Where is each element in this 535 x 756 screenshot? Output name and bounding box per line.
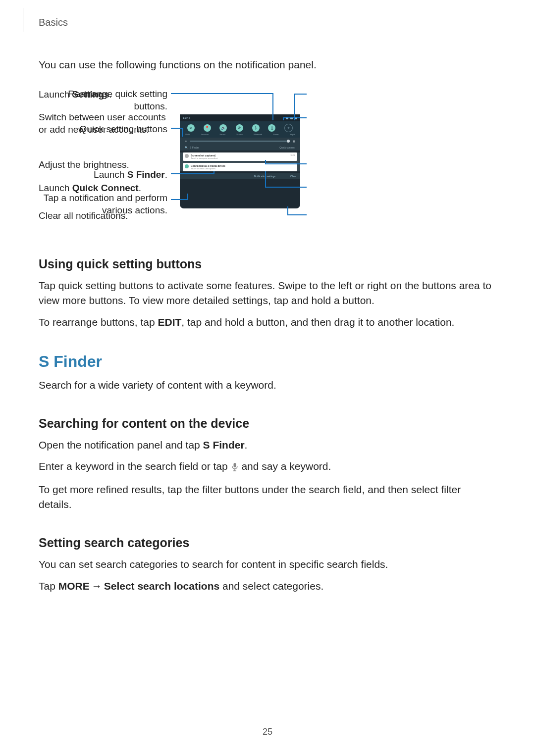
- text: Open the notification panel and tap: [39, 439, 203, 451]
- brightness-slider: [190, 141, 290, 142]
- status-gear-icon: [295, 117, 297, 119]
- para-quick-1: Tap quick setting buttons to activate so…: [39, 278, 496, 308]
- text: , tap and hold a button, and then drag i…: [181, 316, 454, 328]
- clear-label: Clear: [290, 175, 296, 178]
- quick-btn-label: Screen: [236, 133, 243, 136]
- sfinder-row: 🔍 S Finder Quick connect: [180, 145, 300, 151]
- text: Enter a keyword in the search field or t…: [39, 460, 231, 472]
- brightness-icon: ☀: [185, 140, 187, 143]
- heading-search-device: Searching for content on the device: [39, 416, 496, 431]
- quick-btn-label: Location: [201, 133, 209, 136]
- clear-bar: Notification settings Clear: [180, 173, 300, 179]
- search-p2: Enter a keyword in the search field or t…: [39, 459, 496, 475]
- search-icon: 🔍: [185, 146, 188, 149]
- status-edit-icon: [286, 117, 288, 119]
- svg-rect-0: [233, 463, 236, 467]
- text-bold: Quick Connect: [72, 183, 139, 193]
- para-quick-2: To rearrange buttons, tap EDIT, tap and …: [39, 315, 496, 330]
- callout-settings: Launch Settings.: [39, 89, 167, 101]
- text: and select categories.: [219, 580, 323, 592]
- status-user-icon: [290, 117, 293, 119]
- heading-quick-settings: Using quick setting buttons: [39, 257, 496, 271]
- device-statusbar: 11:45: [180, 114, 300, 121]
- sfinder-intro: Search for a wide variety of content wit…: [39, 378, 496, 393]
- quick-btn-label: Sound: [219, 133, 225, 136]
- quick-btn-volume: 🔊: [219, 124, 227, 132]
- text-bold: Settings: [72, 89, 109, 100]
- heading-categories: Setting search categories: [39, 536, 496, 550]
- notification-item: Screenshot captured.Touch to view your s…: [183, 152, 297, 161]
- text-bold: EDIT: [158, 316, 182, 328]
- text: Launch: [39, 183, 72, 193]
- quick-settings-row: ≋📍🔊⟳ᛒ▯✈: [180, 121, 300, 133]
- text: .: [109, 89, 112, 100]
- notif-text: Connected as a media deviceTouch for oth…: [191, 164, 225, 170]
- arrow-icon: →: [90, 579, 104, 594]
- status-time: 11:45: [183, 116, 190, 119]
- auto-brightness-icon: ▦: [293, 140, 295, 143]
- quick-btn-pin: 📍: [204, 124, 211, 132]
- header-divider: [23, 8, 23, 32]
- quick-btn-label: Wi-Fi: [185, 133, 190, 136]
- quick-btn-label: Flight: [290, 133, 295, 136]
- page-number: 25: [0, 727, 535, 737]
- callout-quick-connect: Launch Quick Connect.: [39, 182, 167, 195]
- text-bold: Select search locations: [104, 580, 219, 592]
- notif-icon: [185, 164, 189, 168]
- quick-btn-wifi: ≋: [187, 124, 195, 132]
- callout-users: Switch between user accounts or add new …: [39, 111, 167, 136]
- quick-btn-label: Power: [273, 133, 278, 136]
- notification-panel-diagram: Rearrange quick setting buttons. Quick s…: [39, 85, 496, 233]
- notification-item: Connected as a media deviceTouch for oth…: [183, 163, 297, 171]
- cat-p1: You can set search categories to search …: [39, 557, 496, 572]
- callout-clear: Clear all notifications.: [39, 210, 167, 222]
- quick-btn-label: Bluetooth: [254, 133, 262, 136]
- quick-btn-battery: ▯: [268, 124, 275, 132]
- text: .: [245, 439, 248, 451]
- microphone-icon: [231, 460, 239, 475]
- quick-btn-plane: ✈: [284, 124, 293, 132]
- notif-settings-label: Notification settings: [254, 175, 275, 178]
- notifications-list: Screenshot captured.Touch to view your s…: [180, 152, 300, 171]
- intro-paragraph: You can use the following functions on t…: [39, 57, 496, 72]
- notif-text: Screenshot captured.Touch to view your s…: [191, 154, 218, 159]
- text: Tap: [39, 580, 58, 592]
- text-bold: MORE: [58, 580, 90, 592]
- text: To rearrange buttons, tap: [39, 316, 158, 328]
- brightness-row: ☀ ▦: [180, 138, 300, 145]
- quick-btn-bt: ᛒ: [252, 124, 260, 132]
- text: Launch: [39, 89, 72, 100]
- sfinder-label: S Finder: [190, 146, 199, 149]
- notif-icon: [185, 154, 189, 158]
- search-p3: To get more refined results, tap the fil…: [39, 482, 496, 512]
- quick-connect-label: Quick connect: [279, 146, 295, 149]
- search-p1: Open the notification panel and tap S Fi…: [39, 438, 496, 453]
- quick-btn-rotate: ⟳: [236, 124, 243, 132]
- notif-time: 10:56: [290, 154, 295, 156]
- section-sfinder: S Finder: [39, 353, 496, 371]
- text-bold: S Finder: [203, 439, 245, 451]
- text: and say a keyword.: [239, 460, 331, 472]
- header-section-label: Basics: [39, 17, 68, 28]
- device-mock: 11:45 ≋📍🔊⟳ᛒ▯✈ Wi-FiLocationSoundScreenBl…: [180, 114, 300, 208]
- quick-settings-labels: Wi-FiLocationSoundScreenBluetoothPowerFl…: [180, 133, 300, 138]
- callout-brightness: Adjust the brightness.: [39, 159, 167, 171]
- cat-p2: Tap MORE→Select search locations and sel…: [39, 579, 496, 594]
- text: .: [139, 183, 141, 193]
